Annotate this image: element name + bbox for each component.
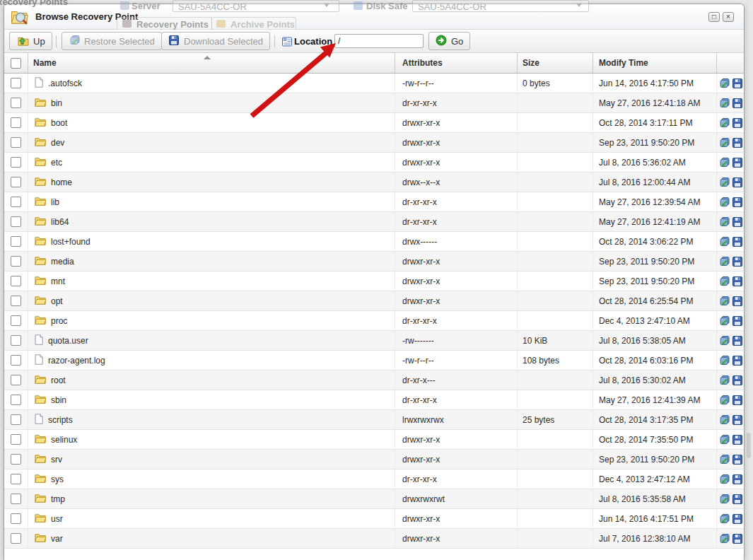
download-selected-button[interactable]: Download Selected — [161, 32, 270, 50]
row-checkbox[interactable] — [11, 177, 21, 187]
table-row[interactable]: srv drwxr-xr-x Sep 23, 2011 9:50:20 PM — [4, 450, 744, 469]
row-restore-button[interactable] — [718, 117, 730, 129]
row-restore-button[interactable] — [718, 137, 730, 148]
row-restore-button[interactable] — [718, 315, 730, 327]
row-download-button[interactable] — [732, 454, 743, 465]
table-row[interactable]: .autofsck -rw-r--r-- 0 bytes Jun 14, 201… — [4, 74, 744, 93]
row-checkbox[interactable] — [11, 137, 21, 148]
table-row[interactable]: media drwxr-xr-x Sep 23, 2011 9:50:20 PM — [4, 252, 744, 272]
row-download-button[interactable] — [732, 117, 743, 129]
row-restore-button[interactable] — [718, 414, 730, 426]
row-restore-button[interactable] — [718, 335, 730, 346]
row-download-button[interactable] — [732, 355, 743, 366]
table-row[interactable]: opt drwxr-xr-x Oct 28, 2014 6:25:54 PM — [4, 291, 744, 311]
row-download-button[interactable] — [732, 414, 743, 426]
table-row[interactable]: bin dr-xr-xr-x May 27, 2016 12:41:18 AM — [4, 93, 744, 113]
row-restore-button[interactable] — [718, 157, 730, 168]
row-checkbox[interactable] — [11, 375, 21, 385]
restore-selected-button[interactable]: Restore Selected — [62, 32, 162, 50]
row-restore-button[interactable] — [718, 296, 730, 307]
row-restore-button[interactable] — [718, 216, 730, 228]
row-checkbox[interactable] — [11, 474, 21, 484]
row-checkbox[interactable] — [11, 395, 21, 405]
row-download-button[interactable] — [732, 296, 743, 307]
row-checkbox[interactable] — [11, 256, 21, 267]
row-download-button[interactable] — [732, 177, 743, 188]
row-restore-button[interactable] — [718, 276, 730, 287]
row-download-button[interactable] — [732, 236, 743, 247]
row-checkbox[interactable] — [11, 494, 21, 504]
column-header-modify-time[interactable]: Modify Time — [593, 53, 717, 73]
row-checkbox[interactable] — [11, 117, 21, 128]
select-all-header[interactable] — [4, 53, 28, 73]
row-download-button[interactable] — [732, 335, 743, 346]
table-row[interactable]: root dr-xr-x--- Jul 8, 2016 5:30:02 AM — [4, 371, 744, 390]
row-checkbox[interactable] — [11, 414, 21, 425]
row-download-button[interactable] — [732, 157, 743, 168]
row-download-button[interactable] — [732, 474, 743, 485]
table-row[interactable]: selinux drwxr-xr-x Oct 28, 2014 7:35:50 … — [4, 430, 744, 450]
row-restore-button[interactable] — [718, 494, 730, 505]
table-row[interactable]: tmp drwxrwxrwt Jul 8, 2016 5:35:58 AM — [4, 489, 744, 509]
row-checkbox[interactable] — [11, 355, 21, 366]
row-download-button[interactable] — [732, 256, 743, 267]
table-row[interactable]: sbin dr-xr-xr-x May 27, 2016 12:41:39 AM — [4, 390, 744, 410]
row-download-button[interactable] — [732, 98, 743, 109]
table-row[interactable]: sys dr-xr-xr-x Dec 4, 2013 2:47:12 AM — [4, 469, 744, 489]
row-download-button[interactable] — [732, 375, 743, 386]
table-row[interactable]: var drwxr-xr-x Jul 7, 2016 12:38:10 AM — [4, 529, 744, 549]
row-restore-button[interactable] — [718, 78, 730, 89]
table-row[interactable]: scripts lrwxrwxrwx 25 bytes Oct 28, 2014… — [4, 410, 744, 430]
table-row[interactable]: dev drwxr-xr-x Sep 23, 2011 9:50:20 PM — [4, 133, 744, 153]
row-download-button[interactable] — [732, 395, 743, 406]
table-row[interactable]: etc drwxr-xr-x Jul 8, 2016 5:36:02 AM — [4, 153, 744, 173]
table-row[interactable]: boot drwxr-xr-x Oct 28, 2014 3:17:11 PM — [4, 113, 744, 133]
row-checkbox[interactable] — [11, 197, 21, 207]
row-checkbox[interactable] — [11, 315, 21, 326]
table-row[interactable]: mnt drwxr-xr-x Sep 23, 2011 9:50:20 PM — [4, 272, 744, 291]
row-restore-button[interactable] — [718, 256, 730, 267]
maximize-button[interactable]: □ — [708, 12, 720, 22]
row-restore-button[interactable] — [718, 533, 730, 544]
table-row[interactable]: usr drwxr-xr-x Jun 14, 2016 4:17:51 PM — [4, 509, 744, 529]
row-restore-button[interactable] — [718, 98, 730, 109]
row-restore-button[interactable] — [718, 395, 730, 406]
table-row[interactable]: razor-agent.log -rw-r--r-- 108 bytes Oct… — [4, 351, 744, 371]
row-restore-button[interactable] — [718, 236, 730, 247]
row-checkbox[interactable] — [11, 216, 21, 227]
row-checkbox[interactable] — [11, 533, 21, 544]
up-button[interactable]: Up — [9, 32, 52, 50]
table-row[interactable]: home drwx--x--x Jul 8, 2016 12:00:44 AM — [4, 173, 744, 192]
table-row[interactable]: proc dr-xr-xr-x Dec 4, 2013 2:47:10 AM — [4, 311, 744, 331]
go-button[interactable]: Go — [428, 32, 470, 50]
row-checkbox[interactable] — [11, 78, 21, 88]
row-download-button[interactable] — [732, 137, 743, 148]
column-header-name[interactable]: Name — [28, 53, 395, 73]
row-restore-button[interactable] — [718, 434, 730, 445]
column-header-size[interactable]: Size — [518, 53, 593, 73]
row-restore-button[interactable] — [718, 355, 730, 366]
row-restore-button[interactable] — [718, 474, 730, 485]
row-restore-button[interactable] — [718, 177, 730, 188]
row-checkbox[interactable] — [11, 276, 21, 286]
row-download-button[interactable] — [732, 78, 743, 89]
row-checkbox[interactable] — [11, 157, 21, 168]
row-download-button[interactable] — [732, 276, 743, 287]
row-restore-button[interactable] — [718, 375, 730, 386]
row-download-button[interactable] — [732, 533, 743, 544]
row-restore-button[interactable] — [718, 513, 730, 525]
close-button[interactable]: × — [723, 12, 734, 22]
row-checkbox[interactable] — [11, 513, 21, 524]
row-checkbox[interactable] — [11, 296, 21, 306]
column-header-attributes[interactable]: Attributes — [395, 53, 518, 73]
row-checkbox[interactable] — [11, 454, 21, 465]
row-checkbox[interactable] — [11, 335, 21, 346]
row-restore-button[interactable] — [718, 454, 730, 465]
row-checkbox[interactable] — [11, 98, 21, 108]
row-download-button[interactable] — [732, 197, 743, 208]
row-download-button[interactable] — [732, 513, 743, 525]
table-row[interactable]: lib dr-xr-xr-x May 27, 2016 12:39:54 AM — [4, 192, 744, 212]
row-download-button[interactable] — [732, 434, 743, 445]
table-row[interactable]: lost+found drwx------ Oct 28, 2014 3:06:… — [4, 232, 744, 252]
row-checkbox[interactable] — [11, 434, 21, 445]
